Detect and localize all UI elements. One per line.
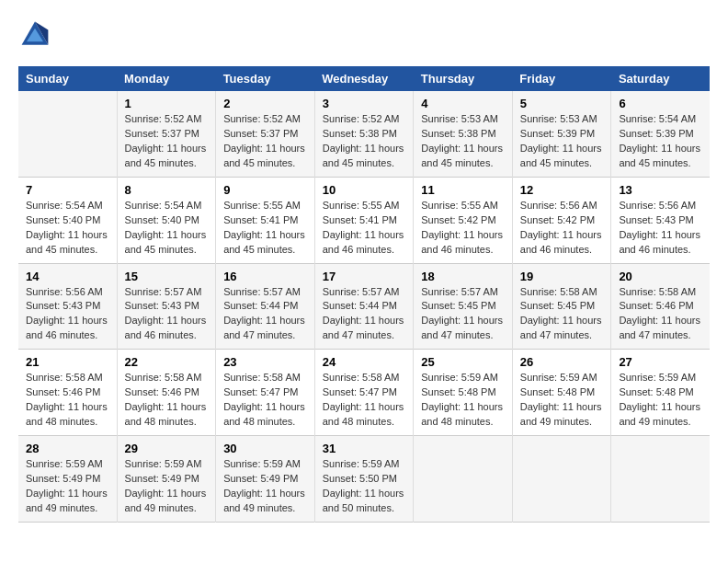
day-info: Sunrise: 5:57 AM Sunset: 5:44 PM Dayligh… bbox=[323, 285, 406, 344]
day-cell: 17Sunrise: 5:57 AM Sunset: 5:44 PM Dayli… bbox=[314, 263, 414, 350]
day-number: 12 bbox=[520, 183, 604, 197]
day-info: Sunrise: 5:52 AM Sunset: 5:37 PM Dayligh… bbox=[125, 112, 209, 171]
day-cell: 27Sunrise: 5:59 AM Sunset: 5:48 PM Dayli… bbox=[611, 350, 710, 436]
day-number: 17 bbox=[323, 270, 406, 283]
header-cell-tuesday: Tuesday bbox=[216, 66, 315, 91]
header-cell-thursday: Thursday bbox=[414, 66, 513, 91]
day-cell: 18Sunrise: 5:57 AM Sunset: 5:45 PM Dayli… bbox=[414, 263, 513, 350]
calendar-table: SundayMondayTuesdayWednesdayThursdayFrid… bbox=[18, 66, 710, 523]
day-info: Sunrise: 5:59 AM Sunset: 5:50 PM Dayligh… bbox=[323, 457, 406, 516]
day-number: 27 bbox=[619, 355, 702, 369]
day-info: Sunrise: 5:56 AM Sunset: 5:42 PM Dayligh… bbox=[520, 199, 604, 258]
header-cell-friday: Friday bbox=[512, 66, 611, 91]
day-info: Sunrise: 5:53 AM Sunset: 5:39 PM Dayligh… bbox=[520, 112, 604, 171]
day-cell: 20Sunrise: 5:58 AM Sunset: 5:46 PM Dayli… bbox=[611, 263, 710, 350]
header-cell-wednesday: Wednesday bbox=[314, 66, 414, 91]
day-number: 26 bbox=[520, 355, 604, 369]
day-cell: 26Sunrise: 5:59 AM Sunset: 5:48 PM Dayli… bbox=[512, 350, 611, 436]
day-number: 24 bbox=[323, 355, 406, 369]
day-info: Sunrise: 5:54 AM Sunset: 5:39 PM Dayligh… bbox=[619, 112, 702, 171]
day-cell bbox=[611, 436, 710, 523]
day-info: Sunrise: 5:55 AM Sunset: 5:41 PM Dayligh… bbox=[223, 199, 307, 258]
day-cell bbox=[18, 91, 117, 177]
day-cell: 13Sunrise: 5:56 AM Sunset: 5:43 PM Dayli… bbox=[611, 177, 710, 263]
day-number: 13 bbox=[619, 183, 702, 197]
day-cell: 19Sunrise: 5:58 AM Sunset: 5:45 PM Dayli… bbox=[512, 263, 611, 350]
day-number: 11 bbox=[421, 183, 505, 197]
day-info: Sunrise: 5:58 AM Sunset: 5:47 PM Dayligh… bbox=[323, 371, 406, 430]
day-info: Sunrise: 5:59 AM Sunset: 5:49 PM Dayligh… bbox=[125, 457, 209, 516]
day-number: 2 bbox=[223, 97, 307, 110]
day-info: Sunrise: 5:57 AM Sunset: 5:44 PM Dayligh… bbox=[223, 285, 307, 344]
week-row-2: 7Sunrise: 5:54 AM Sunset: 5:40 PM Daylig… bbox=[18, 177, 710, 263]
header-cell-monday: Monday bbox=[117, 66, 216, 91]
day-cell: 30Sunrise: 5:59 AM Sunset: 5:49 PM Dayli… bbox=[216, 436, 315, 523]
day-cell bbox=[414, 436, 513, 523]
day-number: 6 bbox=[619, 97, 702, 110]
day-cell: 7Sunrise: 5:54 AM Sunset: 5:40 PM Daylig… bbox=[18, 177, 117, 263]
day-info: Sunrise: 5:58 AM Sunset: 5:46 PM Dayligh… bbox=[619, 285, 702, 344]
day-number: 5 bbox=[520, 97, 604, 110]
day-number: 3 bbox=[323, 97, 406, 110]
day-number: 9 bbox=[223, 183, 307, 197]
day-number: 19 bbox=[520, 270, 604, 283]
logo bbox=[18, 18, 55, 52]
week-row-1: 1Sunrise: 5:52 AM Sunset: 5:37 PM Daylig… bbox=[18, 91, 710, 177]
day-number: 23 bbox=[223, 355, 307, 369]
day-cell: 14Sunrise: 5:56 AM Sunset: 5:43 PM Dayli… bbox=[18, 263, 117, 350]
header-row: SundayMondayTuesdayWednesdayThursdayFrid… bbox=[18, 66, 710, 91]
logo-icon bbox=[18, 18, 51, 52]
day-number: 14 bbox=[26, 270, 109, 283]
day-cell: 4Sunrise: 5:53 AM Sunset: 5:38 PM Daylig… bbox=[414, 91, 513, 177]
day-cell: 6Sunrise: 5:54 AM Sunset: 5:39 PM Daylig… bbox=[611, 91, 710, 177]
day-cell: 9Sunrise: 5:55 AM Sunset: 5:41 PM Daylig… bbox=[216, 177, 315, 263]
day-cell: 16Sunrise: 5:57 AM Sunset: 5:44 PM Dayli… bbox=[216, 263, 315, 350]
day-cell: 31Sunrise: 5:59 AM Sunset: 5:50 PM Dayli… bbox=[314, 436, 414, 523]
week-row-4: 21Sunrise: 5:58 AM Sunset: 5:46 PM Dayli… bbox=[18, 350, 710, 436]
day-number: 21 bbox=[26, 355, 109, 369]
day-cell: 1Sunrise: 5:52 AM Sunset: 5:37 PM Daylig… bbox=[117, 91, 216, 177]
day-info: Sunrise: 5:58 AM Sunset: 5:46 PM Dayligh… bbox=[125, 371, 209, 430]
day-number: 1 bbox=[125, 97, 209, 110]
day-info: Sunrise: 5:59 AM Sunset: 5:49 PM Dayligh… bbox=[223, 457, 307, 516]
day-info: Sunrise: 5:57 AM Sunset: 5:45 PM Dayligh… bbox=[421, 285, 505, 344]
day-info: Sunrise: 5:52 AM Sunset: 5:38 PM Dayligh… bbox=[323, 112, 406, 171]
day-info: Sunrise: 5:56 AM Sunset: 5:43 PM Dayligh… bbox=[26, 285, 109, 344]
header-cell-saturday: Saturday bbox=[611, 66, 710, 91]
day-cell: 11Sunrise: 5:55 AM Sunset: 5:42 PM Dayli… bbox=[414, 177, 513, 263]
day-number: 20 bbox=[619, 270, 702, 283]
day-number: 8 bbox=[125, 183, 209, 197]
week-row-3: 14Sunrise: 5:56 AM Sunset: 5:43 PM Dayli… bbox=[18, 263, 710, 350]
day-info: Sunrise: 5:56 AM Sunset: 5:43 PM Dayligh… bbox=[619, 199, 702, 258]
day-info: Sunrise: 5:57 AM Sunset: 5:43 PM Dayligh… bbox=[125, 285, 209, 344]
day-cell: 29Sunrise: 5:59 AM Sunset: 5:49 PM Dayli… bbox=[117, 436, 216, 523]
day-info: Sunrise: 5:54 AM Sunset: 5:40 PM Dayligh… bbox=[125, 199, 209, 258]
day-number: 4 bbox=[421, 97, 505, 110]
day-info: Sunrise: 5:55 AM Sunset: 5:41 PM Dayligh… bbox=[323, 199, 406, 258]
day-cell: 12Sunrise: 5:56 AM Sunset: 5:42 PM Dayli… bbox=[512, 177, 611, 263]
day-cell: 5Sunrise: 5:53 AM Sunset: 5:39 PM Daylig… bbox=[512, 91, 611, 177]
day-info: Sunrise: 5:59 AM Sunset: 5:49 PM Dayligh… bbox=[26, 457, 109, 516]
day-number: 28 bbox=[26, 442, 109, 455]
day-number: 30 bbox=[223, 442, 307, 455]
day-cell: 8Sunrise: 5:54 AM Sunset: 5:40 PM Daylig… bbox=[117, 177, 216, 263]
day-info: Sunrise: 5:52 AM Sunset: 5:37 PM Dayligh… bbox=[223, 112, 307, 171]
day-number: 31 bbox=[323, 442, 406, 455]
day-info: Sunrise: 5:54 AM Sunset: 5:40 PM Dayligh… bbox=[26, 199, 109, 258]
day-cell: 22Sunrise: 5:58 AM Sunset: 5:46 PM Dayli… bbox=[117, 350, 216, 436]
day-info: Sunrise: 5:58 AM Sunset: 5:47 PM Dayligh… bbox=[223, 371, 307, 430]
week-row-5: 28Sunrise: 5:59 AM Sunset: 5:49 PM Dayli… bbox=[18, 436, 710, 523]
day-cell bbox=[512, 436, 611, 523]
day-number: 18 bbox=[421, 270, 505, 283]
day-number: 7 bbox=[26, 183, 109, 197]
day-info: Sunrise: 5:58 AM Sunset: 5:45 PM Dayligh… bbox=[520, 285, 604, 344]
day-cell: 23Sunrise: 5:58 AM Sunset: 5:47 PM Dayli… bbox=[216, 350, 315, 436]
day-cell: 2Sunrise: 5:52 AM Sunset: 5:37 PM Daylig… bbox=[216, 91, 315, 177]
day-cell: 28Sunrise: 5:59 AM Sunset: 5:49 PM Dayli… bbox=[18, 436, 117, 523]
day-number: 22 bbox=[125, 355, 209, 369]
day-number: 10 bbox=[323, 183, 406, 197]
day-number: 15 bbox=[125, 270, 209, 283]
day-number: 16 bbox=[223, 270, 307, 283]
day-info: Sunrise: 5:53 AM Sunset: 5:38 PM Dayligh… bbox=[421, 112, 505, 171]
day-info: Sunrise: 5:59 AM Sunset: 5:48 PM Dayligh… bbox=[619, 371, 702, 430]
